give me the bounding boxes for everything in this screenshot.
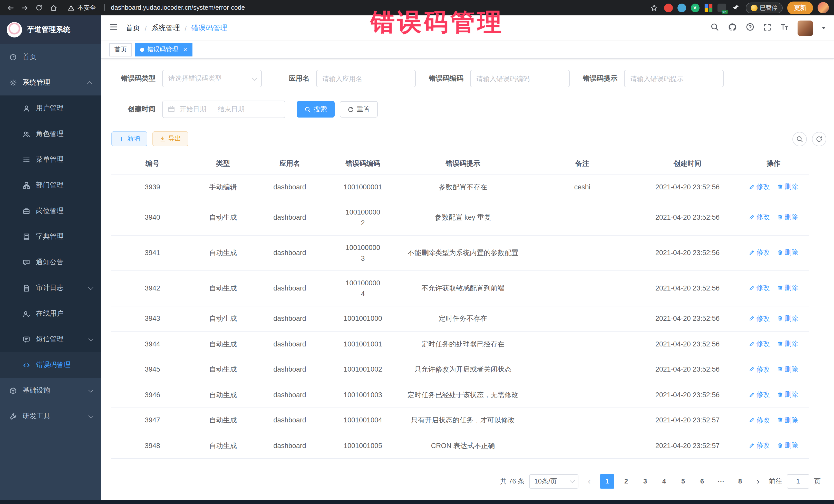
extension-icon[interactable]: V [690, 3, 699, 12]
page-ellipsis[interactable]: ··· [714, 474, 728, 488]
error-code-input[interactable] [470, 70, 570, 87]
page-button-2[interactable]: 2 [619, 474, 633, 488]
prev-page-button[interactable]: ‹ [583, 477, 595, 486]
extension-icon[interactable]: on [717, 3, 726, 12]
github-icon[interactable] [728, 22, 737, 34]
extension-icon[interactable] [664, 3, 673, 12]
sidebar-item-post-mgmt[interactable]: 岗位管理 [0, 198, 101, 224]
sidebar-item-infrastructure[interactable]: 基础设施 [0, 378, 101, 403]
sidebar-item-dept-mgmt[interactable]: 部门管理 [0, 172, 101, 198]
sidebar-item-home[interactable]: 首页 [0, 44, 101, 70]
edit-button[interactable]: 修改 [749, 247, 770, 258]
breadcrumb-system[interactable]: 系统管理 [151, 23, 180, 32]
sidebar-item-sms-mgmt[interactable]: 短信管理 [0, 326, 101, 352]
app-logo-row[interactable]: 芋道管理系统 [0, 15, 101, 44]
extension-icon[interactable] [677, 3, 686, 12]
edit-button[interactable]: 修改 [749, 283, 770, 293]
delete-button[interactable]: 删除 [777, 338, 798, 349]
extension-icon[interactable] [704, 3, 712, 12]
page-button-4[interactable]: 4 [657, 474, 671, 488]
user-avatar[interactable] [797, 20, 813, 36]
delete-icon [777, 315, 783, 321]
edit-button[interactable]: 修改 [749, 313, 770, 324]
bookmark-star-icon[interactable] [649, 3, 659, 13]
gear-icon [9, 79, 17, 86]
next-page-button[interactable]: › [752, 477, 764, 486]
sidebar-item-notice[interactable]: 通知公告 [0, 249, 101, 275]
edit-button[interactable]: 修改 [749, 181, 770, 192]
delete-button[interactable]: 删除 [777, 283, 798, 293]
sidebar-item-devtools[interactable]: 研发工具 [0, 403, 101, 429]
edit-button[interactable]: 修改 [749, 338, 770, 349]
reset-button[interactable]: 重置 [340, 101, 378, 117]
sidebar-item-system[interactable]: 系统管理 [0, 70, 101, 95]
menu-fold-icon[interactable] [109, 23, 118, 34]
edit-button[interactable]: 修改 [749, 212, 770, 222]
browser-back-icon[interactable] [5, 3, 15, 13]
paused-badge[interactable]: 已暂停 [745, 2, 783, 13]
edit-button[interactable]: 修改 [749, 440, 770, 451]
delete-button[interactable]: 删除 [777, 389, 798, 400]
goto-page-input[interactable] [787, 474, 809, 488]
security-indicator[interactable]: 不安全 [68, 3, 96, 12]
help-icon[interactable] [746, 23, 754, 34]
browser-profile-avatar[interactable] [817, 2, 829, 13]
fullscreen-icon[interactable] [763, 23, 771, 33]
date-start-placeholder: 开始日期 [180, 105, 206, 114]
app-name-input[interactable] [316, 70, 416, 87]
header-search-icon[interactable] [710, 23, 719, 34]
tag-close-icon[interactable]: × [183, 46, 187, 53]
browser-forward-icon[interactable] [20, 3, 30, 13]
breadcrumb: 首页 / 系统管理 / 错误码管理 [126, 23, 227, 32]
sidebar-item-error-code-mgmt[interactable]: 错误码管理 [0, 352, 101, 378]
refresh-icon [815, 135, 823, 143]
caret-down-icon[interactable] [822, 27, 826, 29]
edit-button[interactable]: 修改 [749, 389, 770, 400]
browser-update-button[interactable]: 更新 [787, 1, 813, 14]
delete-button[interactable]: 删除 [777, 181, 798, 192]
paused-label: 已暂停 [760, 4, 777, 12]
delete-button[interactable]: 删除 [777, 247, 798, 258]
error-type-select[interactable]: 请选择错误码类型 [162, 70, 262, 87]
breadcrumb-home[interactable]: 首页 [126, 23, 140, 32]
page-size-select[interactable]: 10条/页 [529, 474, 578, 488]
tag-error-code-active[interactable]: 错误码管理 × [135, 43, 192, 56]
sidebar-item-audit-log[interactable]: 审计日志 [0, 275, 101, 301]
delete-button[interactable]: 删除 [777, 440, 798, 451]
refresh-table-button[interactable] [812, 132, 826, 146]
export-button[interactable]: 导出 [152, 131, 188, 146]
delete-button[interactable]: 删除 [777, 414, 798, 425]
delete-button[interactable]: 删除 [777, 313, 798, 324]
table-row: 3946自动生成 dashboard1001001003 定时任务已经处于该状态… [111, 382, 809, 408]
sidebar-item-dict-mgmt[interactable]: 字典管理 [0, 224, 101, 249]
page-button-8[interactable]: 8 [733, 474, 747, 488]
toggle-search-button[interactable] [792, 132, 807, 146]
sidebar-item-menu-mgmt[interactable]: 菜单管理 [0, 147, 101, 172]
page-button-1[interactable]: 1 [600, 474, 614, 488]
sidebar-item-online-users[interactable]: 在线用户 [0, 301, 101, 326]
col-code: 错误码编码 [327, 153, 399, 174]
browser-home-icon[interactable] [48, 3, 59, 13]
tag-home[interactable]: 首页 [109, 43, 132, 56]
sidebar-item-user-mgmt[interactable]: 用户管理 [0, 95, 101, 121]
add-button[interactable]: 新增 [111, 131, 147, 146]
page-button-3[interactable]: 3 [638, 474, 652, 488]
pushpin-icon[interactable] [730, 3, 741, 13]
error-msg-input[interactable] [624, 70, 724, 87]
delete-button[interactable]: 删除 [777, 364, 798, 374]
edit-button[interactable]: 修改 [749, 364, 770, 374]
edit-icon [749, 285, 755, 291]
book-icon [23, 233, 30, 240]
page-size-value: 10条/页 [534, 477, 557, 486]
browser-reload-icon[interactable] [34, 3, 44, 13]
search-button[interactable]: 搜索 [297, 101, 335, 117]
address-bar[interactable]: dashboard.yudao.iocoder.cn/system/error-… [104, 4, 245, 11]
sidebar-item-role-mgmt[interactable]: 角色管理 [0, 121, 101, 147]
font-size-icon[interactable] [780, 23, 789, 34]
page-button-5[interactable]: 5 [676, 474, 690, 488]
date-range-picker[interactable]: 开始日期 - 结束日期 [162, 101, 285, 118]
delete-button[interactable]: 删除 [777, 212, 798, 222]
page-button-6[interactable]: 6 [695, 474, 709, 488]
sidebar-item-label: 菜单管理 [36, 155, 64, 164]
edit-button[interactable]: 修改 [749, 414, 770, 425]
